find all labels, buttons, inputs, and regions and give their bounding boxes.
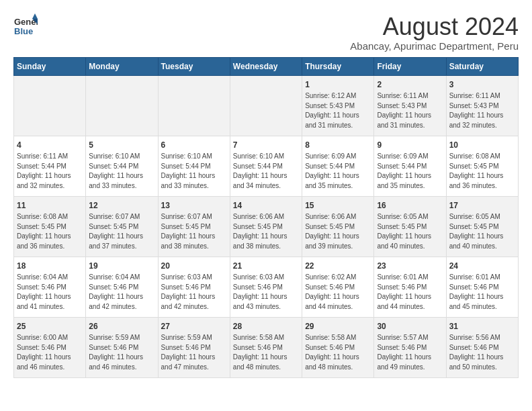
calendar-cell: 5Sunrise: 6:10 AMSunset: 5:44 PMDaylight… — [86, 136, 158, 196]
calendar-cell: 31Sunrise: 5:56 AMSunset: 5:46 PMDayligh… — [446, 317, 518, 377]
day-info: Sunrise: 6:09 AMSunset: 5:44 PMDaylight:… — [305, 152, 371, 191]
day-info: Sunrise: 6:03 AMSunset: 5:46 PMDaylight:… — [161, 273, 227, 312]
calendar-cell: 6Sunrise: 6:10 AMSunset: 5:44 PMDaylight… — [158, 136, 230, 196]
logo-icon: General Blue — [13, 13, 38, 38]
day-number: 8 — [305, 140, 371, 151]
calendar-cell: 18Sunrise: 6:04 AMSunset: 5:46 PMDayligh… — [14, 257, 86, 317]
calendar-cell: 27Sunrise: 5:59 AMSunset: 5:46 PMDayligh… — [158, 317, 230, 377]
calendar-week-4: 18Sunrise: 6:04 AMSunset: 5:46 PMDayligh… — [14, 257, 519, 317]
day-info: Sunrise: 5:56 AMSunset: 5:46 PMDaylight:… — [449, 333, 515, 372]
calendar-week-1: 1Sunrise: 6:12 AMSunset: 5:43 PMDaylight… — [14, 75, 519, 136]
calendar-cell: 23Sunrise: 6:01 AMSunset: 5:46 PMDayligh… — [374, 257, 446, 317]
day-number: 6 — [161, 140, 227, 151]
calendar-cell: 12Sunrise: 6:07 AMSunset: 5:45 PMDayligh… — [86, 196, 158, 257]
calendar-cell: 16Sunrise: 6:05 AMSunset: 5:45 PMDayligh… — [374, 196, 446, 257]
day-info: Sunrise: 6:05 AMSunset: 5:45 PMDaylight:… — [377, 212, 443, 251]
day-number: 29 — [305, 321, 371, 332]
subtitle: Abancay, Apurimac Department, Peru — [350, 40, 519, 52]
calendar-cell: 13Sunrise: 6:07 AMSunset: 5:45 PMDayligh… — [158, 196, 230, 257]
day-info: Sunrise: 6:04 AMSunset: 5:46 PMDaylight:… — [89, 273, 154, 312]
day-info: Sunrise: 6:11 AMSunset: 5:43 PMDaylight:… — [377, 91, 443, 130]
day-number: 19 — [89, 261, 154, 272]
day-info: Sunrise: 6:02 AMSunset: 5:46 PMDaylight:… — [305, 273, 371, 312]
calendar-cell: 24Sunrise: 6:01 AMSunset: 5:46 PMDayligh… — [446, 257, 518, 317]
day-info: Sunrise: 6:01 AMSunset: 5:46 PMDaylight:… — [377, 273, 443, 312]
day-number: 7 — [233, 140, 299, 151]
day-info: Sunrise: 6:07 AMSunset: 5:45 PMDaylight:… — [161, 212, 227, 251]
calendar-week-5: 25Sunrise: 6:00 AMSunset: 5:46 PMDayligh… — [14, 317, 519, 377]
calendar-cell: 14Sunrise: 6:06 AMSunset: 5:45 PMDayligh… — [230, 196, 302, 257]
day-info: Sunrise: 6:11 AMSunset: 5:43 PMDaylight:… — [449, 91, 515, 130]
day-number: 1 — [305, 79, 371, 91]
calendar-cell: 28Sunrise: 5:58 AMSunset: 5:46 PMDayligh… — [230, 317, 302, 377]
day-number: 14 — [233, 200, 299, 212]
weekday-header-sunday: Sunday — [14, 57, 86, 75]
calendar-week-2: 4Sunrise: 6:11 AMSunset: 5:44 PMDaylight… — [14, 136, 519, 196]
day-number: 24 — [449, 261, 515, 272]
day-number: 4 — [17, 140, 83, 151]
calendar-cell: 2Sunrise: 6:11 AMSunset: 5:43 PMDaylight… — [374, 75, 446, 136]
day-number: 25 — [17, 321, 83, 332]
day-number: 5 — [89, 140, 154, 151]
calendar-cell: 10Sunrise: 6:08 AMSunset: 5:45 PMDayligh… — [446, 136, 518, 196]
calendar-week-3: 11Sunrise: 6:08 AMSunset: 5:45 PMDayligh… — [14, 196, 519, 257]
weekday-header-monday: Monday — [86, 57, 158, 75]
day-number: 31 — [449, 321, 515, 332]
calendar-cell — [158, 75, 230, 136]
calendar-cell: 22Sunrise: 6:02 AMSunset: 5:46 PMDayligh… — [302, 257, 374, 317]
day-number: 2 — [377, 79, 443, 91]
day-info: Sunrise: 5:58 AMSunset: 5:46 PMDaylight:… — [305, 333, 371, 372]
day-number: 10 — [449, 140, 515, 151]
day-info: Sunrise: 6:03 AMSunset: 5:46 PMDaylight:… — [233, 273, 299, 312]
day-info: Sunrise: 6:10 AMSunset: 5:44 PMDaylight:… — [233, 152, 299, 191]
weekday-header-wednesday: Wednesday — [230, 57, 302, 75]
calendar-cell: 26Sunrise: 5:59 AMSunset: 5:46 PMDayligh… — [86, 317, 158, 377]
day-number: 12 — [89, 200, 154, 212]
day-number: 15 — [305, 200, 371, 212]
calendar-cell: 19Sunrise: 6:04 AMSunset: 5:46 PMDayligh… — [86, 257, 158, 317]
day-info: Sunrise: 5:58 AMSunset: 5:46 PMDaylight:… — [233, 333, 299, 372]
calendar-cell: 30Sunrise: 5:57 AMSunset: 5:46 PMDayligh… — [374, 317, 446, 377]
day-info: Sunrise: 6:10 AMSunset: 5:44 PMDaylight:… — [89, 152, 154, 191]
day-number: 21 — [233, 261, 299, 272]
day-info: Sunrise: 6:07 AMSunset: 5:45 PMDaylight:… — [89, 212, 154, 251]
day-info: Sunrise: 6:06 AMSunset: 5:45 PMDaylight:… — [305, 212, 371, 251]
logo: General Blue — [13, 13, 38, 38]
calendar-cell — [86, 75, 158, 136]
day-number: 17 — [449, 200, 515, 212]
calendar-table: SundayMondayTuesdayWednesdayThursdayFrid… — [13, 57, 519, 378]
calendar-cell: 25Sunrise: 6:00 AMSunset: 5:46 PMDayligh… — [14, 317, 86, 377]
calendar-cell: 29Sunrise: 5:58 AMSunset: 5:46 PMDayligh… — [302, 317, 374, 377]
day-number: 18 — [17, 261, 83, 272]
calendar-header: SundayMondayTuesdayWednesdayThursdayFrid… — [14, 57, 519, 75]
day-info: Sunrise: 5:59 AMSunset: 5:46 PMDaylight:… — [161, 333, 227, 372]
weekday-header-thursday: Thursday — [302, 57, 374, 75]
day-number: 3 — [449, 79, 515, 91]
weekday-header-friday: Friday — [374, 57, 446, 75]
main-title: August 2024 — [350, 13, 519, 40]
day-info: Sunrise: 6:00 AMSunset: 5:46 PMDaylight:… — [17, 333, 83, 372]
day-info: Sunrise: 6:04 AMSunset: 5:46 PMDaylight:… — [17, 273, 83, 312]
day-info: Sunrise: 6:09 AMSunset: 5:44 PMDaylight:… — [377, 152, 443, 191]
calendar-cell: 1Sunrise: 6:12 AMSunset: 5:43 PMDaylight… — [302, 75, 374, 136]
day-number: 16 — [377, 200, 443, 212]
calendar-cell: 15Sunrise: 6:06 AMSunset: 5:45 PMDayligh… — [302, 196, 374, 257]
day-number: 30 — [377, 321, 443, 332]
calendar-body: 1Sunrise: 6:12 AMSunset: 5:43 PMDaylight… — [14, 75, 519, 377]
svg-text:Blue: Blue — [14, 26, 33, 36]
svg-marker-2 — [32, 13, 38, 19]
day-info: Sunrise: 6:08 AMSunset: 5:45 PMDaylight:… — [17, 212, 83, 251]
calendar-cell: 21Sunrise: 6:03 AMSunset: 5:46 PMDayligh… — [230, 257, 302, 317]
day-info: Sunrise: 6:08 AMSunset: 5:45 PMDaylight:… — [449, 152, 515, 191]
day-number: 11 — [17, 200, 83, 212]
day-number: 13 — [161, 200, 227, 212]
calendar-cell: 17Sunrise: 6:05 AMSunset: 5:45 PMDayligh… — [446, 196, 518, 257]
page-header: General Blue August 2024 Abancay, Apurim… — [13, 13, 519, 52]
day-number: 26 — [89, 321, 154, 332]
calendar-cell — [14, 75, 86, 136]
day-number: 23 — [377, 261, 443, 272]
calendar-cell: 7Sunrise: 6:10 AMSunset: 5:44 PMDaylight… — [230, 136, 302, 196]
day-number: 22 — [305, 261, 371, 272]
calendar-cell: 8Sunrise: 6:09 AMSunset: 5:44 PMDaylight… — [302, 136, 374, 196]
day-info: Sunrise: 6:05 AMSunset: 5:45 PMDaylight:… — [449, 212, 515, 251]
